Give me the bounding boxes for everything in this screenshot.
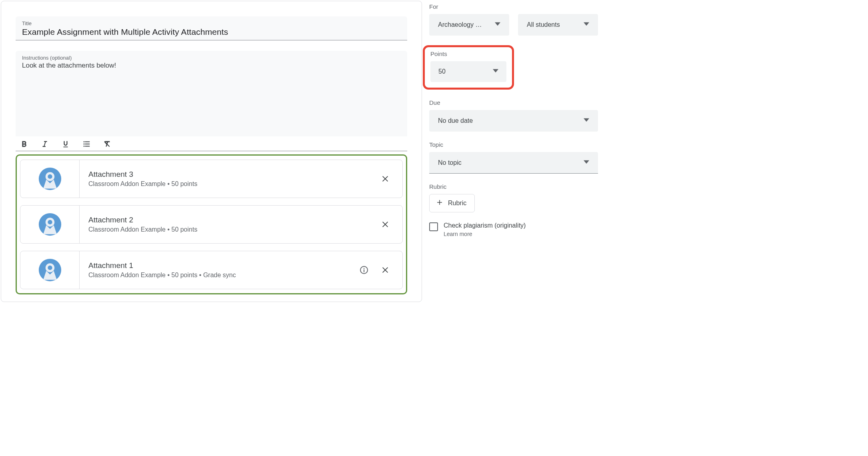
attachment-subtitle: Classroom Addon Example • 50 points • Gr… bbox=[88, 272, 359, 279]
remove-attachment-button[interactable] bbox=[381, 220, 390, 229]
caret-down-icon bbox=[584, 117, 589, 124]
rubric-button-label: Rubric bbox=[448, 200, 466, 207]
class-select-value: Archaeology … bbox=[438, 21, 482, 28]
plus-icon bbox=[436, 199, 443, 208]
topic-label: Topic bbox=[429, 141, 598, 148]
info-icon[interactable] bbox=[359, 265, 369, 275]
instructions-label: Instructions (optional) bbox=[22, 55, 401, 61]
title-field[interactable]: Title Example Assignment with Multiple A… bbox=[16, 16, 407, 40]
points-label: Points bbox=[430, 50, 506, 57]
attachment-card[interactable]: Attachment 3 Classroom Addon Example • 5… bbox=[20, 160, 403, 198]
learn-more-link[interactable]: Learn more bbox=[444, 231, 526, 237]
caret-down-icon bbox=[495, 21, 500, 28]
plagiarism-checkbox[interactable] bbox=[429, 222, 438, 231]
svg-point-7 bbox=[364, 268, 364, 269]
title-label: Title bbox=[22, 20, 401, 26]
attachment-title: Attachment 3 bbox=[88, 170, 381, 179]
attachment-title: Attachment 1 bbox=[88, 261, 359, 270]
addon-icon bbox=[38, 258, 62, 282]
class-select[interactable]: Archaeology … bbox=[429, 14, 509, 36]
instructions-input[interactable]: Look at the attachments below! bbox=[22, 62, 401, 70]
clear-formatting-button[interactable] bbox=[102, 139, 112, 149]
instructions-field[interactable]: Instructions (optional) Look at the atta… bbox=[16, 51, 407, 136]
students-select-value: All students bbox=[527, 21, 560, 28]
attachment-card[interactable]: Attachment 1 Classroom Addon Example • 5… bbox=[20, 251, 403, 289]
caret-down-icon bbox=[584, 21, 589, 28]
attachment-card[interactable]: Attachment 2 Classroom Addon Example • 5… bbox=[20, 205, 403, 244]
remove-attachment-button[interactable] bbox=[381, 266, 390, 274]
format-toolbar bbox=[16, 136, 407, 151]
attachment-thumbnail bbox=[20, 251, 80, 289]
plagiarism-label: Check plagiarism (originality) bbox=[444, 222, 526, 229]
addon-icon bbox=[38, 212, 62, 236]
plagiarism-row: Check plagiarism (originality) Learn mor… bbox=[429, 222, 598, 237]
points-value: 50 bbox=[438, 68, 446, 75]
points-highlight: Points 50 bbox=[423, 45, 514, 90]
bullet-list-button[interactable] bbox=[81, 139, 92, 149]
rubric-label: Rubric bbox=[429, 183, 598, 190]
for-label: For bbox=[429, 3, 598, 10]
remove-attachment-button[interactable] bbox=[381, 174, 390, 183]
attachment-subtitle: Classroom Addon Example • 50 points bbox=[88, 226, 381, 233]
topic-value: No topic bbox=[438, 159, 462, 166]
points-select[interactable]: 50 bbox=[430, 61, 506, 82]
title-input[interactable]: Example Assignment with Multiple Activit… bbox=[22, 27, 401, 37]
caret-down-icon bbox=[493, 68, 498, 75]
attachment-title: Attachment 2 bbox=[88, 216, 381, 224]
attachment-thumbnail bbox=[20, 206, 80, 243]
attachments-highlight: Attachment 3 Classroom Addon Example • 5… bbox=[16, 154, 407, 294]
attachment-thumbnail bbox=[20, 160, 80, 198]
attachment-subtitle: Classroom Addon Example • 50 points bbox=[88, 180, 381, 188]
addon-icon bbox=[38, 167, 62, 191]
assignment-editor: Title Example Assignment with Multiple A… bbox=[1, 1, 422, 302]
due-label: Due bbox=[429, 99, 598, 106]
students-select[interactable]: All students bbox=[518, 14, 598, 36]
svg-rect-8 bbox=[364, 270, 364, 272]
assignment-sidebar: For Archaeology … All students Points 50 bbox=[425, 1, 601, 302]
due-date-value: No due date bbox=[438, 117, 473, 124]
underline-button[interactable] bbox=[60, 139, 71, 149]
bold-button[interactable] bbox=[19, 139, 29, 149]
topic-select[interactable]: No topic bbox=[429, 152, 598, 174]
caret-down-icon bbox=[584, 159, 589, 166]
italic-button[interactable] bbox=[40, 139, 50, 149]
add-rubric-button[interactable]: Rubric bbox=[429, 194, 475, 212]
due-date-select[interactable]: No due date bbox=[429, 110, 598, 132]
